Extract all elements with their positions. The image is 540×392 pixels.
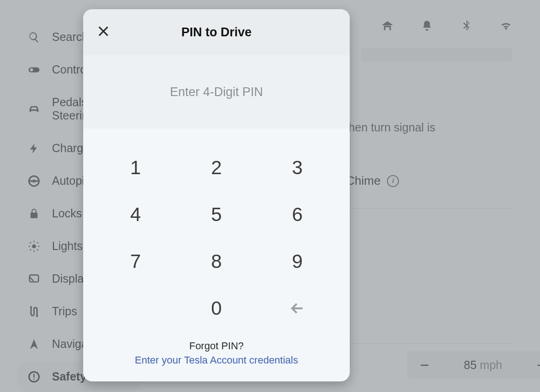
key-7[interactable]: 7 [102,244,170,278]
key-4[interactable]: 4 [102,198,170,232]
key-backspace[interactable] [263,291,331,325]
close-button[interactable] [95,23,112,40]
pin-prompt-text: Enter 4-Digit PIN [170,85,263,99]
key-1[interactable]: 1 [102,151,170,185]
pin-to-drive-dialog: PIN to Drive Enter 4-Digit PIN 1 2 3 4 5… [83,9,350,381]
keypad: 1 2 3 4 5 6 7 8 9 0 [83,129,350,339]
key-blank [102,291,170,325]
dialog-title: PIN to Drive [181,25,251,40]
key-3[interactable]: 3 [263,151,331,185]
key-9[interactable]: 9 [263,244,331,278]
key-0[interactable]: 0 [182,291,250,325]
forgot-question: Forgot PIN? [97,339,336,353]
forgot-link[interactable]: Enter your Tesla Account credentials [97,353,336,368]
backspace-icon [290,301,305,316]
dialog-header: PIN to Drive [83,9,350,55]
forgot-section: Forgot PIN? Enter your Tesla Account cre… [83,339,350,381]
pin-prompt-area: Enter 4-Digit PIN [83,55,350,129]
key-2[interactable]: 2 [182,151,250,185]
close-icon [97,25,110,38]
key-8[interactable]: 8 [182,244,250,278]
key-6[interactable]: 6 [263,198,331,232]
key-5[interactable]: 5 [182,198,250,232]
